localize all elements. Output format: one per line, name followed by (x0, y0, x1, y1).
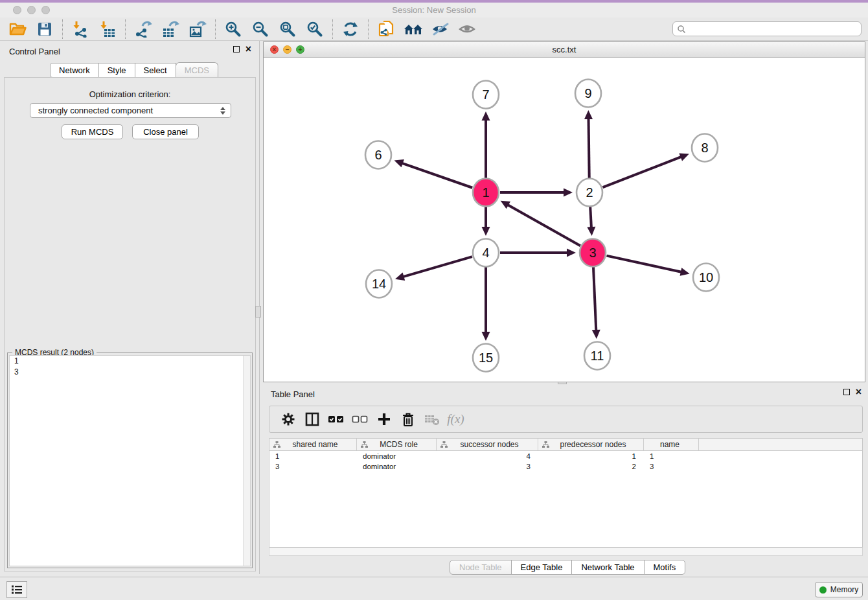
control-tab-network[interactable]: Network (50, 63, 99, 78)
network-canvas[interactable]: 1234678910111415 (264, 58, 865, 382)
vertical-splitter-handle[interactable] (255, 306, 261, 317)
criterion-dropdown[interactable]: strongly connected component (30, 103, 231, 118)
delete-column-trash-icon[interactable] (396, 408, 420, 431)
network-window-titlebar[interactable]: × – + scc.txt (264, 42, 865, 58)
run-mcds-button[interactable]: Run MCDS (62, 124, 123, 139)
select-all-checkboxes-icon[interactable] (324, 408, 348, 431)
control-tab-mcds[interactable]: MCDS (176, 62, 218, 78)
zoom-selected-icon[interactable] (301, 18, 328, 40)
edge-2-8[interactable] (603, 157, 682, 187)
node-table: shared nameMCDS rolesuccessor nodesprede… (269, 438, 863, 548)
hide-selected-eye-icon[interactable] (427, 18, 454, 40)
zoom-in-icon[interactable] (220, 18, 247, 40)
status-bar: Memory (0, 577, 868, 600)
edge-1-6[interactable] (402, 163, 472, 188)
tab-node-table[interactable]: Node Table (450, 560, 512, 575)
save-session-icon[interactable] (31, 18, 58, 40)
column-type-icon (440, 441, 448, 448)
memory-status-dot-icon (819, 586, 827, 594)
column-header-successor-nodes[interactable]: successor nodes (437, 439, 538, 450)
control-tab-select[interactable]: Select (135, 63, 176, 78)
mcds-result-group: MCDS result (2 nodes) 13 (7, 352, 253, 568)
tab-motifs[interactable]: Motifs (644, 560, 686, 575)
mcds-result-list[interactable]: 13 (9, 355, 251, 566)
show-all-eye-icon[interactable] (454, 18, 481, 40)
tab-network-table[interactable]: Network Table (571, 560, 644, 575)
table-cell[interactable]: 3 (269, 461, 357, 472)
edge-arrowhead (395, 273, 405, 281)
memory-button[interactable]: Memory (815, 582, 863, 597)
toolbar-separator (125, 19, 126, 39)
edge-3-1[interactable] (507, 205, 580, 246)
column-header-label: predecessor nodes (549, 440, 643, 449)
function-builder-icon[interactable]: f(x) (444, 408, 468, 431)
table-row[interactable]: 3dominator323 (269, 461, 862, 472)
table-cell[interactable]: 1 (538, 451, 644, 461)
edge-3-11[interactable] (593, 267, 596, 331)
table-cell[interactable]: 3 (644, 461, 699, 472)
column-type-icon (361, 441, 368, 448)
list-icon (11, 584, 23, 595)
table-cell[interactable]: 4 (437, 451, 538, 461)
column-header-MCDS-role[interactable]: MCDS role (357, 439, 437, 450)
result-scrollbar[interactable] (243, 356, 250, 566)
close-panel-icon[interactable]: × (246, 46, 251, 52)
table-cell[interactable]: 2 (538, 461, 644, 472)
toolbar-separator (215, 19, 216, 39)
table-cell[interactable]: dominator (357, 461, 437, 472)
table-hscroll[interactable] (269, 548, 863, 556)
table-cell[interactable]: dominator (357, 451, 437, 461)
control-tab-style[interactable]: Style (98, 63, 135, 78)
column-header-label: MCDS role (368, 440, 436, 449)
tab-edge-table[interactable]: Edge Table (511, 560, 573, 575)
toolbar-separator (368, 19, 369, 39)
import-table-icon[interactable] (94, 18, 121, 40)
column-header-predecessor-nodes[interactable]: predecessor nodes (538, 439, 644, 450)
edge-arrowhead (564, 189, 573, 197)
edge-4-14[interactable] (402, 257, 472, 277)
table-cell[interactable]: 3 (437, 461, 538, 472)
edge-2-3[interactable] (590, 207, 591, 228)
column-settings-gear-icon[interactable] (276, 408, 300, 431)
open-file-icon[interactable] (4, 18, 31, 40)
table-cell[interactable]: 1 (269, 451, 357, 461)
graph-node-label-8: 8 (701, 141, 708, 155)
control-panel-title: Control Panel (9, 47, 60, 56)
add-column-plus-icon[interactable] (372, 408, 396, 431)
deselect-all-checkboxes-icon[interactable] (348, 408, 372, 431)
close-table-panel-icon[interactable]: × (856, 389, 862, 395)
export-image-icon[interactable] (184, 18, 211, 40)
delete-table-icon[interactable] (420, 408, 444, 431)
float-panel-icon[interactable] (233, 46, 240, 52)
float-table-panel-icon[interactable] (843, 389, 850, 395)
search-field[interactable] (672, 21, 862, 36)
graph-node-label-6: 6 (374, 148, 382, 162)
optimization-criterion-label: Optimization criterion: (5, 89, 255, 99)
zoom-fit-icon[interactable] (274, 18, 301, 40)
search-input[interactable] (686, 25, 848, 34)
show-columns-icon[interactable] (300, 408, 324, 431)
column-header-name[interactable]: name (644, 439, 699, 450)
graph-node-label-7: 7 (482, 87, 489, 102)
main-toolbar (0, 17, 868, 41)
network-view-window: × – + scc.txt 1234678910111415 (263, 41, 865, 382)
toolbar-separator (62, 19, 63, 39)
graph-node-label-1: 1 (482, 185, 489, 200)
import-network-icon[interactable] (67, 18, 94, 40)
houses-icon[interactable] (400, 18, 427, 40)
edge-2-9[interactable] (588, 118, 589, 178)
table-row[interactable]: 1dominator411 (269, 451, 862, 461)
close-panel-button[interactable]: Close panel (132, 124, 199, 139)
table-cell[interactable]: 1 (644, 451, 699, 461)
export-table-icon[interactable] (157, 18, 184, 40)
table-panel: Table Panel × f(x) shared nameMCDS roles… (263, 386, 868, 575)
export-network-icon[interactable] (130, 18, 157, 40)
column-header-shared-name[interactable]: shared name (269, 439, 357, 450)
refresh-icon[interactable] (337, 18, 364, 40)
table-header-row: shared nameMCDS rolesuccessor nodesprede… (269, 439, 862, 451)
task-history-button[interactable] (6, 581, 27, 598)
network-from-selection-icon[interactable] (372, 18, 400, 40)
control-panel-tabs: NetworkStyleSelectMCDS (50, 62, 218, 78)
edge-3-10[interactable] (606, 256, 681, 272)
zoom-out-icon[interactable] (247, 18, 274, 40)
